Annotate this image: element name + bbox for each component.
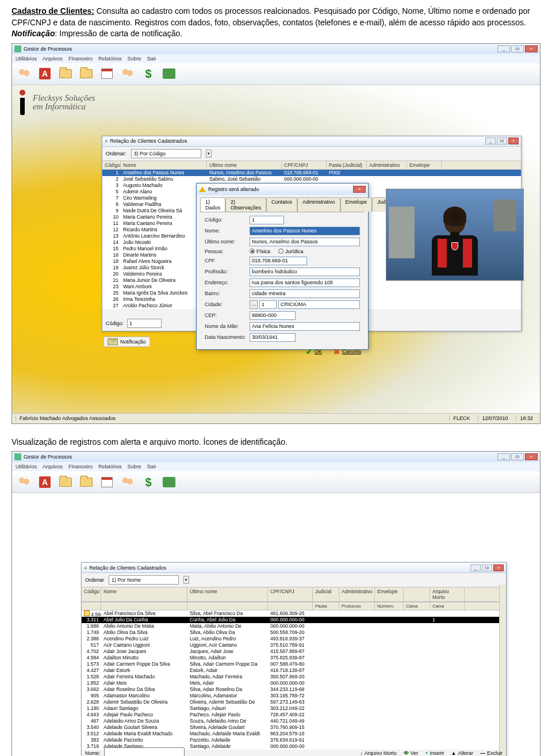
client-list-window-2: ≡ Relação de Clientes Cadastrados _ ▭ × … <box>81 562 507 756</box>
tab-envelope[interactable]: Envelope <box>340 197 373 212</box>
inserir-button[interactable]: +Inserir <box>425 750 444 756</box>
table-row[interactable]: 4.568Abel Francisco Da SilvaSilva, Abel … <box>82 610 506 617</box>
vertical-scrollbar[interactable] <box>499 585 506 756</box>
table-row[interactable]: 2.628Ademir Sebastião De OliveiraOliveir… <box>82 699 506 705</box>
toolbar-dollar-button[interactable]: $ <box>140 65 157 82</box>
sub-close-button[interactable]: × <box>508 138 519 144</box>
menu-bar[interactable]: UtilitáriosArquivosFinanceiroRelatóriosS… <box>12 54 540 63</box>
tab-observacoes[interactable]: 2) Observações <box>225 197 266 212</box>
toolbar-folder2-button-2[interactable] <box>78 474 95 491</box>
cep-input[interactable] <box>250 311 296 320</box>
table-row[interactable]: 3.512Adelaide Maria Evaldt MachadoMachad… <box>82 731 506 737</box>
toolbar-a-button-2[interactable]: A <box>36 474 53 491</box>
cidade-lookup-button[interactable]: … <box>250 300 258 309</box>
profissao-input[interactable] <box>250 268 360 276</box>
toolbar-exit-button-2[interactable] <box>160 474 178 491</box>
sub-min-button[interactable]: _ <box>485 138 496 144</box>
excluir-button[interactable]: —Excluir <box>480 750 503 756</box>
cidade-codigo-input[interactable] <box>259 300 277 309</box>
nome-input[interactable] <box>250 227 360 235</box>
warning-icon <box>199 186 206 192</box>
table-row[interactable]: 3.311Abel Julio Da CunhaCunha, Abel Juli… <box>82 617 506 623</box>
alterar-button[interactable]: ▲Alterar <box>451 750 473 756</box>
screenshot-1: Gestor de Processos _ ▭ × UtilitáriosArq… <box>12 43 540 424</box>
arquivo-morto-button[interactable]: ↓Arquivo Morto <box>360 750 397 756</box>
table-row[interactable]: 1.528Adair Ferreira MachadoMachado, Adai… <box>82 674 506 680</box>
tab-dados[interactable]: 1) Dados <box>200 197 225 212</box>
section2-para: Visualização de registros com alerta e a… <box>12 437 540 448</box>
table-row[interactable]: 3.662Adair Roselino Da SilvaSilva, Adair… <box>82 686 506 693</box>
toolbar-folder1-button-2[interactable] <box>57 474 74 491</box>
table-row[interactable]: 1.749Abilio Oliva Da SilvaSilva, Abilio … <box>82 629 506 636</box>
toolbar-folder2-button[interactable] <box>78 65 95 82</box>
bairro-input[interactable] <box>250 289 360 298</box>
pessoa-radio[interactable]: Física Jurídica <box>250 249 360 254</box>
ultimo-nome-input[interactable] <box>250 238 360 246</box>
code-input[interactable] <box>127 319 162 328</box>
client-table-2: Código Nome Último nome CPF/CNPJ Judicia… <box>82 587 506 750</box>
table-row[interactable]: 383Adelaide PazzettoPazzetto, Adelaide37… <box>82 737 506 743</box>
table-row[interactable]: 2José Sebastião SabinoSabino, José Sebas… <box>102 176 521 182</box>
sub-close-button-2[interactable]: × <box>493 564 504 571</box>
table-row[interactable]: 1.573Adair Carmem Poppe Da SilvaSilva, A… <box>82 661 506 667</box>
tab-administrativo[interactable]: Administrativo <box>297 197 340 212</box>
list-icon: ≡ <box>105 138 108 144</box>
toolbar-dollar-button-2[interactable]: $ <box>140 474 157 491</box>
close-button-2[interactable]: × <box>525 453 538 460</box>
toolbar-users2-button-2[interactable] <box>119 474 136 491</box>
nasc-input[interactable] <box>250 333 296 342</box>
table-row[interactable]: 1.190Adauri SantiagoSantiago, Adauri303.… <box>82 705 506 712</box>
toolbar-users2-button[interactable] <box>119 65 136 82</box>
sort-dropdown-button[interactable]: ▾ <box>206 150 212 158</box>
table-row[interactable]: 467Adelaidio Arino De SouzaSouza, Adelai… <box>82 718 506 724</box>
cpf-input[interactable] <box>250 257 307 265</box>
sub-max-button[interactable]: ▭ <box>497 138 507 144</box>
sub-min-button-2[interactable]: _ <box>470 564 481 571</box>
endereco-input[interactable] <box>250 278 360 287</box>
envelope-icon <box>108 338 118 345</box>
table-row[interactable]: 905Adamastor MarcolinoMarcolino, Adamast… <box>82 693 506 699</box>
sort-select[interactable] <box>131 149 201 158</box>
table-row[interactable]: 4.643Adejair Paulo PachecoPacheco, Adeja… <box>82 712 506 718</box>
table-row[interactable]: 517Acir Caetano UggioniUggioni, Acir Cae… <box>82 642 506 648</box>
toolbar-exit-button[interactable] <box>160 65 178 82</box>
minimize-button-2[interactable]: _ <box>497 453 510 460</box>
toolbar-a-button[interactable]: A <box>36 65 53 82</box>
table-row[interactable]: 3.540Adelaide Goulart SilveiraSilveira, … <box>82 724 506 731</box>
cancel-button[interactable]: ✖Cancela <box>334 348 361 356</box>
mae-input[interactable] <box>250 322 360 331</box>
maximize-button-2[interactable]: ▭ <box>511 453 524 460</box>
section1-para: Cadastro de Clientes: Consulta ao cadast… <box>12 6 540 40</box>
sort-dropdown-button-2[interactable]: ▾ <box>183 576 189 584</box>
table-row[interactable]: 1Anselmo dos Passos NunesNunes, Anselmo … <box>102 170 521 176</box>
toolbar-folder1-button[interactable] <box>57 65 74 82</box>
toolbar-users-button-2[interactable] <box>16 474 33 491</box>
toolbar-calendar-button[interactable] <box>98 65 116 82</box>
close-button[interactable]: × <box>525 45 538 52</box>
cidade-nome-input[interactable] <box>278 300 360 309</box>
table-row[interactable]: 4.427Adair EstorkEstork, Adair416.718.13… <box>82 667 506 674</box>
table-row[interactable]: 2.388Acendino Pedro LuizLuiz, Acendino P… <box>82 636 506 642</box>
ok-button[interactable]: ✔OK <box>306 348 322 356</box>
screenshot-2: Gestor de Processos _ ▭ × UtilitáriosArq… <box>12 451 540 756</box>
modal-close-button[interactable]: × <box>353 186 366 193</box>
sort-select-2[interactable] <box>109 575 179 585</box>
notificacao-button[interactable]: Notificação <box>103 337 150 347</box>
table-row[interactable]: 1.852Adair MeisMeis, Adair000.000.000-00 <box>82 680 506 686</box>
tab-contatos[interactable]: Contatos <box>266 197 297 212</box>
toolbar-users-button[interactable] <box>16 65 33 82</box>
status-bar: Fabrício Machado Advogados Associados FL… <box>12 413 540 423</box>
minimize-button[interactable]: _ <box>497 45 510 52</box>
sort-label-2: Ordenar <box>85 577 104 583</box>
toolbar: A $ <box>12 63 540 85</box>
toolbar-calendar-button-2[interactable] <box>98 474 116 491</box>
menu-bar-2[interactable]: UtilitáriosArquivosFinanceiroRelatóriosS… <box>12 462 540 471</box>
table-row[interactable]: 1.686Abilio Antonio De MatiaMatia, Abili… <box>82 623 506 629</box>
nome-search-input[interactable] <box>104 747 185 756</box>
table-row[interactable]: 4.702Adair Jose JacquesJacques, Adair Jo… <box>82 648 506 655</box>
maximize-button[interactable]: ▭ <box>511 45 524 52</box>
table-row[interactable]: 4.584Adailton MinottoMinotto, Adailton37… <box>82 655 506 661</box>
sub-max-button-2[interactable]: ▭ <box>482 564 492 571</box>
ver-button[interactable]: 👁Ver <box>404 750 419 756</box>
codigo-input[interactable] <box>250 216 284 224</box>
